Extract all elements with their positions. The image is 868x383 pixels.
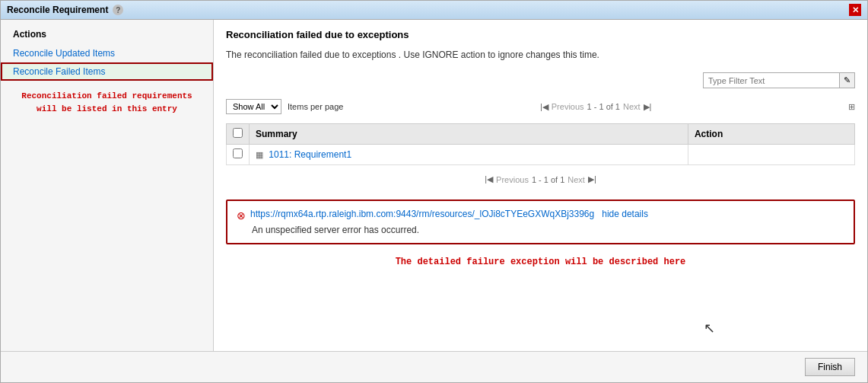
- row-checkbox-cell: [227, 145, 250, 165]
- sidebar-annotation: Reconciliation failed requirements will …: [13, 90, 201, 115]
- th-action: Action: [688, 124, 854, 145]
- prev-link-top[interactable]: Previous: [552, 102, 584, 111]
- row-action-cell: [688, 145, 854, 165]
- error-url-link[interactable]: https://rqmx64a.rtp.raleigh.ibm.com:9443…: [250, 209, 594, 219]
- th-summary: Summary: [250, 124, 688, 145]
- hide-details-link[interactable]: hide details: [602, 209, 648, 219]
- sidebar: Actions Reconcile Updated Items Reconcil…: [1, 20, 214, 351]
- title-bar: Reconcile Requirement ? ✕: [1, 1, 867, 20]
- actions-label: Actions: [1, 26, 213, 44]
- nav-last-icon: ▶|: [644, 102, 652, 112]
- section-title: Reconciliation failed due to exceptions: [226, 29, 855, 40]
- table-header-row: Summary Action: [227, 124, 855, 145]
- finish-button[interactable]: Finish: [805, 358, 855, 376]
- show-all-select[interactable]: Show All: [226, 99, 281, 114]
- next-link-top[interactable]: Next: [623, 102, 641, 111]
- section-desc: The reconciliation failed due to excepti…: [226, 49, 855, 60]
- filter-row: ✎: [226, 72, 855, 88]
- pagination-nav-bottom: |◀ Previous 1 - 1 of 1 Next ▶|: [226, 174, 855, 184]
- pagination-nav-top: |◀ Previous 1 - 1 of 1 Next ▶|: [540, 102, 652, 112]
- data-table: Summary Action ▦ 1011: Requirement1: [226, 123, 855, 165]
- footer: Finish: [1, 351, 867, 382]
- pagination-info-top: 1 - 1 of 1: [587, 102, 620, 111]
- close-button[interactable]: ✕: [849, 4, 861, 16]
- content-area: Actions Reconcile Updated Items Reconcil…: [1, 20, 867, 351]
- error-box: ⊗ https://rqmx64a.rtp.raleigh.ibm.com:94…: [226, 199, 855, 244]
- pagination-info-bottom: 1 - 1 of 1: [532, 175, 564, 184]
- error-icon: ⊗: [237, 209, 246, 222]
- error-description: An unspecified server error has occurred…: [252, 225, 844, 235]
- help-icon[interactable]: ?: [113, 5, 123, 15]
- items-per-page-label: Items per page: [288, 102, 343, 111]
- grid-icon[interactable]: ⊞: [848, 102, 855, 112]
- th-checkbox: [227, 124, 250, 145]
- filter-input[interactable]: [703, 72, 840, 88]
- prev-link-bottom[interactable]: Previous: [496, 175, 529, 184]
- window-title: Reconcile Requirement: [7, 5, 108, 15]
- filter-icon-button[interactable]: ✎: [840, 72, 855, 88]
- row-checkbox[interactable]: [233, 148, 243, 158]
- requirement-link[interactable]: 1011: Requirement1: [269, 149, 351, 160]
- reconcile-requirement-window: Reconcile Requirement ? ✕ Actions Reconc…: [0, 0, 868, 383]
- sidebar-item-reconcile-failed[interactable]: Reconcile Failed Items: [1, 62, 213, 81]
- main-panel: Reconciliation failed due to exceptions …: [214, 20, 867, 351]
- pagination-bar-top: Show All Items per page |◀ Previous 1 - …: [226, 99, 855, 114]
- nav-first-icon: |◀: [540, 102, 548, 112]
- nav-last-icon-bottom: ▶|: [588, 174, 596, 184]
- next-link-bottom[interactable]: Next: [568, 175, 585, 184]
- requirement-icon: ▦: [256, 150, 263, 159]
- header-checkbox[interactable]: [233, 128, 243, 138]
- failure-annotation: The detailed failure exception will be d…: [226, 257, 855, 267]
- error-url-row: ⊗ https://rqmx64a.rtp.raleigh.ibm.com:94…: [237, 209, 844, 222]
- table-row: ▦ 1011: Requirement1: [227, 145, 855, 165]
- title-bar-left: Reconcile Requirement ?: [7, 5, 123, 15]
- nav-first-icon-bottom: |◀: [485, 174, 493, 184]
- sidebar-item-reconcile-updated[interactable]: Reconcile Updated Items: [1, 44, 213, 62]
- row-summary-cell: ▦ 1011: Requirement1: [250, 145, 688, 165]
